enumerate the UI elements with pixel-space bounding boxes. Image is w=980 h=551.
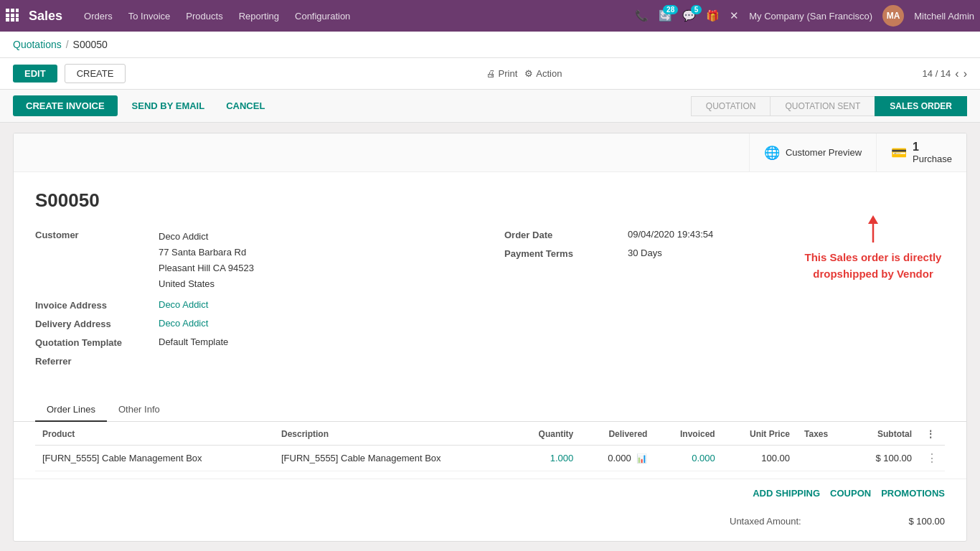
avatar[interactable]: MA [882, 5, 904, 27]
step-quotation-sent[interactable]: QUOTATION SENT [770, 96, 875, 116]
action-button[interactable]: ⚙ Action [524, 68, 562, 79]
col-subtotal: Subtotal [849, 423, 919, 446]
create-invoice-button[interactable]: CREATE INVOICE [13, 95, 118, 116]
customer-address-3: United States [159, 276, 254, 292]
edit-button[interactable]: EDIT [13, 65, 57, 83]
cell-description: [FURN_5555] Cable Management Box [274, 446, 513, 471]
cell-taxes [797, 446, 849, 471]
quotation-template-value: Default Template [159, 336, 228, 347]
cell-invoiced: 0.000 [654, 446, 722, 471]
col-taxes: Taxes [797, 423, 849, 446]
close-icon[interactable]: ✕ [730, 9, 739, 22]
svg-rect-6 [6, 18, 9, 22]
action-label: Action [536, 68, 562, 79]
payment-terms-label: Payment Terms [504, 248, 619, 259]
order-number: S00050 [35, 189, 945, 212]
prev-button[interactable]: ‹ [955, 67, 958, 80]
col-delivered: Delivered [580, 423, 654, 446]
tab-order-lines[interactable]: Order Lines [35, 398, 107, 422]
print-button[interactable]: 🖨 Print [486, 68, 518, 79]
step-sales-order[interactable]: SALES ORDER [875, 96, 967, 116]
activity-icon[interactable]: 🔄 28 [659, 9, 672, 22]
cell-unit-price: 100.00 [722, 446, 797, 471]
send-by-email-button[interactable]: SEND BY EMAIL [125, 95, 212, 116]
phone-icon[interactable]: 📞 [635, 9, 649, 22]
customer-preview-label: Customer Preview [786, 147, 862, 158]
menu-configuration[interactable]: Configuration [295, 11, 350, 22]
main-menu: Orders To Invoice Products Reporting Con… [84, 11, 635, 22]
breadcrumb: Quotations / S00050 [0, 32, 980, 58]
customer-row: Customer Deco Addict 77 Santa Barbara Rd… [35, 229, 476, 292]
untaxed-amount-value: $ 100.00 [908, 516, 945, 527]
add-shipping-button[interactable]: ADD SHIPPING [753, 488, 820, 499]
grid-icon[interactable] [6, 9, 19, 24]
dropship-annotation: This Sales order is directly dropshipped… [801, 215, 945, 282]
breadcrumb-separator: / [66, 39, 69, 50]
promotions-button[interactable]: PROMOTIONS [881, 488, 945, 499]
step-quotation[interactable]: QUOTATION [691, 96, 771, 116]
globe-icon: 🌐 [764, 145, 780, 161]
messages-badge: 5 [691, 5, 702, 14]
customer-label: Customer [35, 229, 150, 240]
untaxed-amount-label: Untaxed Amount: [730, 516, 801, 527]
top-navigation: Sales Orders To Invoice Products Reporti… [0, 0, 980, 32]
svg-rect-5 [16, 14, 19, 17]
customer-name[interactable]: Deco Addict [159, 229, 254, 245]
create-button[interactable]: CREATE [65, 64, 126, 83]
breadcrumb-current: S00050 [73, 39, 108, 50]
smart-buttons: 🌐 Customer Preview 💳 1 Purchase [14, 133, 966, 172]
action-bar: EDIT CREATE 🖨 Print ⚙ Action 14 / 14 ‹ › [0, 58, 980, 90]
status-steps: QUOTATION QUOTATION SENT SALES ORDER [691, 96, 967, 116]
referrer-label: Referrer [35, 355, 150, 367]
svg-rect-4 [11, 14, 14, 17]
purchase-button[interactable]: 💳 1 Purchase [876, 133, 966, 171]
row-options-icon[interactable]: ⋮ [926, 452, 938, 464]
breadcrumb-parent[interactable]: Quotations [13, 39, 62, 50]
cell-delivered: 0.000 📊 [580, 446, 654, 471]
svg-rect-1 [11, 9, 14, 12]
col-quantity: Quantity [513, 423, 580, 446]
pagination-text: 14 / 14 [923, 68, 951, 79]
delivery-address-row: Delivery Address Deco Addict [35, 318, 476, 329]
svg-rect-3 [6, 14, 9, 17]
form-body: S00050 Customer Deco Addict 77 Santa Bar… [14, 172, 966, 391]
messages-icon[interactable]: 💬 5 [682, 9, 696, 22]
cell-product: [FURN_5555] Cable Management Box [35, 446, 274, 471]
footer-actions: ADD SHIPPING COUPON PROMOTIONS [14, 479, 966, 507]
col-unit-price: Unit Price [722, 423, 797, 446]
quotation-template-label: Quotation Template [35, 336, 150, 348]
purchase-number: 1 [913, 141, 919, 154]
cell-subtotal: $ 100.00 [849, 446, 919, 471]
purchase-label: Purchase [913, 154, 952, 164]
invoice-address-value[interactable]: Deco Addict [159, 299, 208, 310]
cell-row-options[interactable]: ⋮ [919, 446, 945, 471]
menu-to-invoice[interactable]: To Invoice [128, 11, 171, 22]
invoice-address-row: Invoice Address Deco Addict [35, 299, 476, 311]
dropship-text: This Sales order is directly dropshipped… [805, 251, 942, 280]
order-lines-section: Product Description Quantity Delivered I… [14, 423, 966, 479]
customer-address-1: 77 Santa Barbara Rd [159, 245, 254, 260]
col-product: Product [35, 423, 274, 446]
cell-quantity: 1.000 [513, 446, 580, 471]
form-left: Customer Deco Addict 77 Santa Barbara Rd… [35, 229, 476, 374]
delivery-address-label: Delivery Address [35, 318, 150, 329]
form-card: 🌐 Customer Preview 💳 1 Purchase S00050 [13, 133, 967, 542]
referrer-row: Referrer [35, 355, 476, 367]
gift-icon[interactable]: 🎁 [706, 9, 720, 22]
delivery-address-value[interactable]: Deco Addict [159, 318, 208, 329]
menu-reporting[interactable]: Reporting [239, 11, 279, 22]
customer-preview-button[interactable]: 🌐 Customer Preview [749, 133, 876, 171]
tabs-bar: Order Lines Other Info [14, 398, 966, 422]
untaxed-amount-row: Untaxed Amount: $ 100.00 [730, 513, 945, 529]
print-label: Print [499, 68, 518, 79]
svg-rect-2 [16, 9, 19, 12]
menu-products[interactable]: Products [186, 11, 222, 22]
credit-card-icon: 💳 [891, 145, 907, 161]
next-button[interactable]: › [963, 67, 967, 80]
svg-rect-8 [16, 18, 19, 22]
menu-orders[interactable]: Orders [84, 11, 113, 22]
cancel-button[interactable]: CANCEL [219, 95, 272, 116]
gear-icon: ⚙ [524, 68, 533, 79]
coupon-button[interactable]: COUPON [830, 488, 871, 499]
tab-other-info[interactable]: Other Info [107, 398, 171, 422]
